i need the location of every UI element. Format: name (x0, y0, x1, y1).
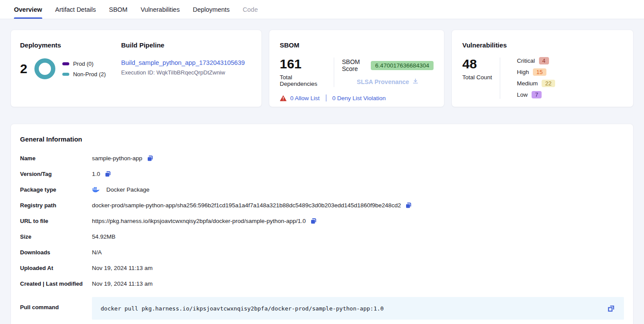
build-pipeline-title: Build Pipeline (121, 41, 252, 49)
sbom-score-section: SBOM Score 6.470017636684304 SLSA Proven… (342, 57, 434, 87)
vulnerabilities-total-count: 48 (462, 57, 492, 71)
copy-url-button[interactable] (310, 217, 317, 225)
pull-command-value: docker pull pkg.harness.io/ikpsjoavtcwxn… (101, 305, 607, 312)
general-information-title: General Information (20, 135, 624, 143)
copy-name-button[interactable] (146, 155, 154, 162)
row-size: Size 54.92MB (20, 232, 624, 241)
row-url-to-file: URL to file https://pkg.harness.io/ikpsj… (20, 216, 624, 226)
package-type-label: Package type (20, 186, 92, 193)
registry-path-value: docker-prod/sample-python-app/sha256:596… (92, 202, 401, 209)
nonprod-swatch-icon (62, 73, 69, 76)
pull-command-box: docker pull pkg.harness.io/ikpsjoavtcwxn… (92, 297, 624, 320)
url-to-file-label: URL to file (20, 218, 92, 224)
name-label: Name (20, 155, 92, 162)
severity-list: Critical 4 High 15 Medium 22 Low 7 (517, 57, 555, 99)
sbom-title: SBOM (280, 41, 434, 49)
package-type-value: Docker Package (106, 186, 149, 193)
high-label: High (517, 69, 529, 75)
build-pipeline-link[interactable]: Build_sample_python_app_1732043105639 (121, 59, 252, 66)
vulnerabilities-totals: 48 Total Count (462, 57, 492, 99)
copy-registry-path-button[interactable] (405, 202, 412, 209)
deny-list-link[interactable]: 0 Deny List Violation (332, 95, 386, 101)
medium-label: Medium (517, 80, 538, 87)
size-label: Size (20, 233, 92, 240)
general-information-card: General Information Name sample-python-a… (10, 124, 634, 324)
overview-page: Deployments 2 Prod (0) Non-Prod (2) (0, 19, 644, 324)
row-uploaded-at: Uploaded At Nov 19, 2024 11:13 am (20, 263, 624, 273)
download-icon (412, 78, 419, 86)
downloads-label: Downloads (20, 249, 92, 256)
sbom-divider (334, 57, 334, 87)
allow-list-link[interactable]: 0 Allow List (290, 95, 320, 101)
sbom-total-caption: Total Dependencies (280, 74, 326, 87)
sbom-score-badge: 6.470017636684304 (371, 61, 434, 70)
execution-id: Execution ID: WqkTiIbBRqecQrpDtZwniw (121, 69, 252, 76)
deployments-donut-chart (34, 58, 55, 79)
legend-item-nonprod: Non-Prod (2) (62, 71, 106, 78)
row-pull-command: Pull command docker pull pkg.harness.io/… (20, 297, 624, 320)
summary-cards-row: Deployments 2 Prod (0) Non-Prod (2) (10, 30, 634, 107)
version-value: 1.0 (92, 171, 100, 177)
sbom-total-dependencies: 161 (280, 57, 326, 71)
version-label: Version/Tag (20, 171, 92, 177)
pull-command-label: Pull command (20, 297, 92, 310)
vulnerabilities-divider (500, 57, 500, 99)
vulnerabilities-title: Vulnerabilities (462, 41, 623, 49)
copy-pull-command-button[interactable] (607, 304, 615, 313)
vulnerabilities-card: Vulnerabilities 48 Total Count Critical … (451, 30, 634, 107)
url-to-file-value: https://pkg.harness.io/ikpsjoavtcwxnqisy… (92, 218, 306, 224)
critical-count-badge: 4 (539, 57, 549, 64)
row-registry-path: Registry path docker-prod/sample-python-… (20, 200, 624, 210)
row-version: Version/Tag 1.0 (20, 169, 624, 179)
tab-vulnerabilities[interactable]: Vulnerabilities (141, 0, 180, 19)
violations-divider (326, 94, 326, 101)
tab-deployments[interactable]: Deployments (193, 0, 230, 19)
critical-label: Critical (517, 57, 535, 64)
tab-overview[interactable]: Overview (14, 0, 42, 19)
vulnerabilities-total-caption: Total Count (462, 74, 492, 81)
severity-row-high: High 15 (517, 68, 555, 76)
row-created-modified: Created | Last modified Nov 19, 2024 11:… (20, 279, 624, 288)
low-label: Low (517, 91, 528, 98)
low-count-badge: 7 (532, 91, 542, 98)
tab-bar: Overview Artifact Details SBOM Vulnerabi… (0, 0, 644, 19)
downloads-value: N/A (92, 249, 102, 256)
deployments-total-count: 2 (20, 61, 27, 76)
deployments-title: Deployments (20, 41, 121, 49)
name-value: sample-python-app (92, 155, 142, 162)
severity-row-low: Low 7 (517, 91, 555, 99)
tab-sbom[interactable]: SBOM (109, 0, 128, 19)
registry-path-label: Registry path (20, 202, 92, 209)
sbom-violations-row: 0 Allow List 0 Deny List Violation (280, 94, 434, 101)
deployments-legend: Prod (0) Non-Prod (2) (62, 61, 106, 78)
tab-artifact-details[interactable]: Artifact Details (55, 0, 96, 19)
sbom-card: SBOM 161 Total Dependencies SBOM Score 6… (269, 30, 444, 107)
size-value: 54.92MB (92, 233, 115, 240)
sbom-score-label: SBOM Score (342, 58, 366, 72)
legend-nonprod-label: Non-Prod (2) (73, 71, 106, 78)
sbom-totals: 161 Total Dependencies (280, 57, 326, 87)
severity-row-critical: Critical 4 (517, 57, 555, 65)
uploaded-at-value: Nov 19, 2024 11:13 am (92, 265, 153, 271)
prod-swatch-icon (62, 62, 69, 65)
slsa-provenance-label: SLSA Provenance (357, 78, 409, 85)
tab-code: Code (243, 0, 258, 19)
build-pipeline-section: Build Pipeline Build_sample_python_app_1… (121, 41, 252, 98)
high-count-badge: 15 (533, 68, 546, 76)
created-modified-label: Created | Last modified (20, 280, 92, 287)
legend-item-prod: Prod (0) (62, 61, 106, 67)
row-downloads: Downloads N/A (20, 247, 624, 257)
severity-row-medium: Medium 22 (517, 79, 555, 88)
slsa-provenance-download[interactable]: SLSA Provenance (342, 78, 434, 86)
created-modified-value: Nov 19, 2024 11:13 am (92, 280, 153, 287)
warning-icon (280, 95, 287, 101)
copy-version-button[interactable] (104, 170, 112, 178)
medium-count-badge: 22 (542, 80, 555, 87)
legend-prod-label: Prod (0) (73, 61, 94, 67)
deployments-card: Deployments 2 Prod (0) Non-Prod (2) (10, 30, 262, 107)
row-name: Name sample-python-app (20, 153, 624, 163)
uploaded-at-label: Uploaded At (20, 265, 92, 271)
row-package-type: Package type Docker Package (20, 185, 624, 194)
deployments-section: Deployments 2 Prod (0) Non-Prod (2) (20, 41, 121, 98)
docker-icon (92, 186, 99, 192)
